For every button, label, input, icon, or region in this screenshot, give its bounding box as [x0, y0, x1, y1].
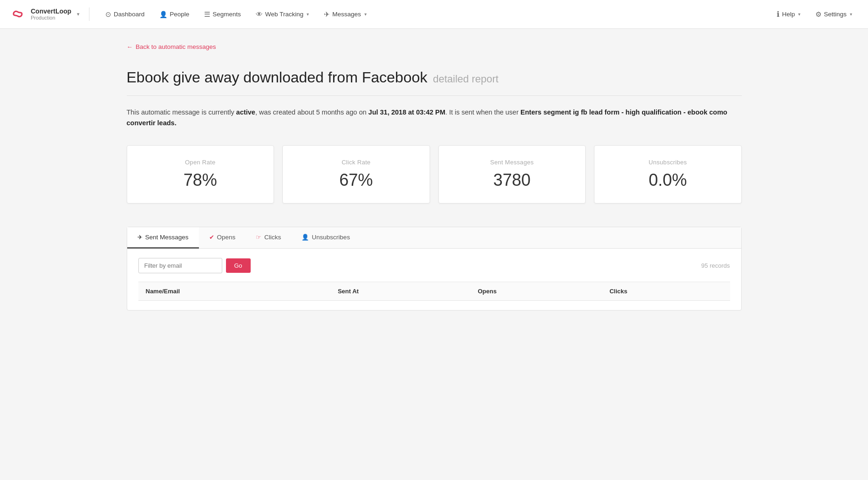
- tab-sent-messages[interactable]: ✈ Sent Messages: [127, 227, 199, 249]
- description-middle: , was created about 5 months ago on: [255, 108, 369, 116]
- col-name-email: Name/Email: [138, 282, 330, 301]
- stat-card-sent-messages: Sent Messages 3780: [438, 145, 586, 203]
- messages-caret: ▾: [364, 12, 367, 17]
- description-date: Jul 31, 2018 at 03:42 PM: [369, 108, 445, 116]
- page-subtitle: detailed report: [433, 73, 499, 85]
- navbar: ConvertLoop Production ▾ ⊙ Dashboard 👤 P…: [0, 0, 868, 29]
- status-badge: active: [236, 108, 255, 116]
- sent-messages-tab-icon: ✈: [137, 234, 143, 241]
- web-tracking-caret: ▾: [307, 12, 309, 17]
- stat-label-unsubscribes: Unsubscribes: [606, 159, 730, 166]
- table-filter-row: Go 95 records: [138, 258, 730, 273]
- opens-tab-icon: ✔: [209, 234, 214, 241]
- main-content: ← Back to automatic messages Ebook give …: [108, 29, 760, 325]
- nav-item-segments[interactable]: ☰ Segments: [198, 7, 247, 22]
- data-table: Name/Email Sent At Opens Clicks: [138, 282, 730, 301]
- tabs-header: ✈ Sent Messages ✔ Opens ☞ Clicks 👤 Unsub…: [127, 227, 741, 249]
- stat-value-click-rate: 67%: [294, 170, 418, 190]
- stat-card-unsubscribes: Unsubscribes 0.0%: [594, 145, 742, 203]
- col-opens: Opens: [470, 282, 602, 301]
- records-count: 95 records: [701, 262, 730, 269]
- messages-icon: ✈: [324, 10, 330, 19]
- dashboard-icon: ⊙: [105, 10, 111, 19]
- page-title: Ebook give away downloaded from Facebook: [127, 69, 428, 86]
- table-section: Go 95 records Name/Email Sent At Opens C…: [127, 249, 741, 310]
- description-section: This automatic message is currently acti…: [127, 107, 742, 128]
- tab-unsubscribes[interactable]: 👤 Unsubscribes: [291, 227, 360, 249]
- stat-value-unsubscribes: 0.0%: [606, 170, 730, 190]
- stat-label-sent-messages: Sent Messages: [450, 159, 574, 166]
- stats-grid: Open Rate 78% Click Rate 67% Sent Messag…: [127, 145, 742, 203]
- logo-icon: [9, 8, 26, 20]
- eye-icon: 👁: [256, 10, 263, 18]
- nav-item-web-tracking[interactable]: 👁 Web Tracking ▾: [249, 7, 315, 22]
- gear-icon: ⚙: [815, 10, 821, 19]
- brand-sub: Production: [31, 15, 71, 21]
- col-clicks: Clicks: [602, 282, 730, 301]
- stat-value-sent-messages: 3780: [450, 170, 574, 190]
- nav-items: ⊙ Dashboard 👤 People ☰ Segments 👁 Web Tr…: [99, 7, 770, 22]
- nav-item-dashboard[interactable]: ⊙ Dashboard: [99, 7, 151, 22]
- nav-item-help[interactable]: ℹ Help ▾: [770, 6, 807, 22]
- stat-card-open-rate: Open Rate 78%: [127, 145, 274, 203]
- brand[interactable]: ConvertLoop Production ▾: [9, 7, 89, 21]
- segments-icon: ☰: [204, 10, 210, 19]
- nav-item-settings[interactable]: ⚙ Settings ▾: [809, 7, 859, 22]
- brand-caret: ▾: [77, 11, 80, 17]
- email-filter-input[interactable]: [138, 258, 222, 273]
- back-link[interactable]: ← Back to automatic messages: [127, 43, 216, 50]
- unsubscribes-tab-icon: 👤: [301, 234, 309, 241]
- stat-value-open-rate: 78%: [138, 170, 263, 190]
- tab-opens[interactable]: ✔ Opens: [199, 227, 246, 249]
- description-prefix: This automatic message is currently: [127, 108, 236, 116]
- help-icon: ℹ: [777, 10, 779, 19]
- back-link-label: Back to automatic messages: [136, 43, 216, 50]
- page-title-section: Ebook give away downloaded from Facebook…: [127, 69, 742, 96]
- settings-caret: ▾: [850, 12, 852, 17]
- nav-item-messages[interactable]: ✈ Messages ▾: [317, 7, 373, 22]
- help-caret: ▾: [798, 12, 800, 17]
- description-suffix: . It is sent when the user: [445, 108, 520, 116]
- nav-right: ℹ Help ▾ ⚙ Settings ▾: [770, 6, 859, 22]
- col-sent-at: Sent At: [330, 282, 471, 301]
- tabs-section: ✈ Sent Messages ✔ Opens ☞ Clicks 👤 Unsub…: [127, 227, 742, 311]
- back-arrow-icon: ←: [127, 43, 133, 50]
- clicks-tab-icon: ☞: [256, 234, 261, 241]
- stat-label-click-rate: Click Rate: [294, 159, 418, 166]
- nav-item-people[interactable]: 👤 People: [153, 7, 196, 22]
- stat-label-open-rate: Open Rate: [138, 159, 263, 166]
- tab-clicks[interactable]: ☞ Clicks: [246, 227, 291, 249]
- go-button[interactable]: Go: [226, 258, 251, 273]
- brand-name: ConvertLoop: [31, 7, 71, 15]
- stat-card-click-rate: Click Rate 67%: [282, 145, 430, 203]
- person-icon: 👤: [159, 11, 167, 18]
- table-header-row: Name/Email Sent At Opens Clicks: [138, 282, 730, 301]
